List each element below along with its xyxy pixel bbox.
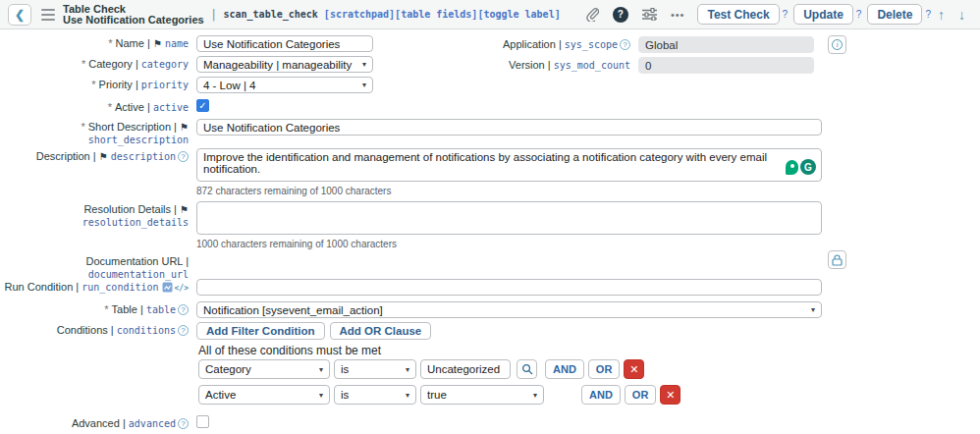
lock-icon xyxy=(832,254,843,266)
table-check-form: ❮ Table Check Use Notification Categorie… xyxy=(0,0,980,434)
field-help-icon[interactable]: ? xyxy=(620,39,630,50)
check-icon: ✓ xyxy=(198,100,206,111)
condition-operator-select[interactable]: is▾ xyxy=(334,359,416,379)
test-check-help[interactable]: ? xyxy=(783,9,789,20)
info-icon: i xyxy=(832,39,843,50)
flag-icon: ⚑ xyxy=(180,204,189,215)
advanced-label: Advanced | advanced? xyxy=(0,415,196,430)
documentation-url-label: Documentation URL | documentation_url xyxy=(0,253,196,281)
attachment-icon[interactable] xyxy=(585,7,599,22)
delete-help[interactable]: ? xyxy=(925,9,931,20)
condition-value-input[interactable] xyxy=(420,359,511,379)
resolution-details-label: Resolution Details | ⚑ resolution_detail… xyxy=(0,201,196,229)
chevron-down-icon: ▾ xyxy=(406,391,409,400)
flag-icon: ⚑ xyxy=(99,151,108,162)
back-icon: ❮ xyxy=(15,8,25,22)
more-options-icon[interactable]: ••• xyxy=(671,9,685,21)
grammarly-widget: G xyxy=(786,159,816,175)
flag-icon: ⚑ xyxy=(153,38,162,49)
resolution-details-textarea[interactable] xyxy=(196,201,822,235)
flag-icon: ⚑ xyxy=(180,122,189,133)
condition-or-button[interactable]: OR xyxy=(625,385,657,405)
condition-and-button[interactable]: AND xyxy=(581,385,621,405)
previous-record-icon[interactable]: ↑ xyxy=(938,7,945,23)
chevron-down-icon: ▾ xyxy=(811,305,815,314)
condition-field-select[interactable]: Category▾ xyxy=(198,359,330,379)
application-input xyxy=(638,36,814,53)
code-icon[interactable]: </> xyxy=(175,284,189,293)
table-select[interactable]: Notification [sysevent_email_action]▾ xyxy=(196,301,822,318)
condition-delete-button[interactable]: ✕ xyxy=(660,385,681,405)
test-check-button[interactable]: Test Check xyxy=(697,4,779,25)
form-context-menu-icon[interactable] xyxy=(41,9,55,21)
close-icon: ✕ xyxy=(666,389,675,402)
condition-operator-select[interactable]: is▾ xyxy=(334,385,416,405)
close-icon: ✕ xyxy=(629,363,638,376)
condition-row: Category▾ is▾ AND OR ✕ xyxy=(198,359,644,379)
delete-button[interactable]: Delete xyxy=(867,4,922,25)
chevron-down-icon: ▾ xyxy=(362,60,366,69)
page-title: Table Check Use Notification Categories xyxy=(63,4,204,26)
condition-row: Active▾ is▾ true▾ AND OR ✕ xyxy=(198,385,681,405)
form-title: Table Check xyxy=(63,4,204,15)
chevron-down-icon: ▾ xyxy=(319,391,323,400)
field-help-icon[interactable]: ? xyxy=(178,304,189,315)
field-help-icon[interactable]: ? xyxy=(178,418,189,429)
resolution-details-counter: 1000 characters remaining of 1000 charac… xyxy=(196,239,397,249)
scratchpad-icon[interactable] xyxy=(162,282,173,296)
add-filter-condition-button[interactable]: Add Filter Condition xyxy=(196,322,325,340)
form-header: ❮ Table Check Use Notification Categorie… xyxy=(0,0,980,29)
condition-delete-button[interactable]: ✕ xyxy=(624,359,644,379)
application-info-button[interactable]: i xyxy=(828,35,846,54)
chevron-down-icon: ▾ xyxy=(406,365,409,374)
record-info: | scan_table_check [scratchpad][table fi… xyxy=(210,7,561,22)
priority-label: *Priority | priority xyxy=(0,77,196,91)
condition-value-select[interactable]: true▾ xyxy=(420,385,544,405)
description-textarea[interactable]: Improve the identification and managemen… xyxy=(196,148,822,182)
search-icon xyxy=(521,363,533,375)
grammarly-icon[interactable]: G xyxy=(800,159,816,175)
grammarly-pin-icon[interactable] xyxy=(786,160,798,175)
update-help[interactable]: ? xyxy=(856,9,862,20)
field-help-icon[interactable]: ? xyxy=(178,325,189,336)
update-button[interactable]: Update xyxy=(793,4,853,25)
active-label: *Active | active xyxy=(0,99,196,114)
field-help-icon[interactable]: ? xyxy=(178,151,189,162)
back-button[interactable]: ❮ xyxy=(8,4,31,26)
application-label: Application | sys_scope? xyxy=(462,36,638,51)
condition-value-lookup-button[interactable] xyxy=(517,359,537,379)
category-label: *Category | category xyxy=(0,56,196,71)
description-counter: 872 characters remaining of 1000 charact… xyxy=(196,186,391,196)
run-condition-label: Run Condition | run_condition</> xyxy=(0,279,196,296)
short-description-input[interactable] xyxy=(196,119,822,136)
chevron-down-icon: ▾ xyxy=(533,391,537,400)
run-condition-input[interactable] xyxy=(196,279,822,296)
next-record-icon[interactable]: ↓ xyxy=(958,7,965,23)
chevron-down-icon: ▾ xyxy=(362,81,366,89)
description-label: Description | ⚑ description? xyxy=(0,148,196,163)
table-label: *Table | table? xyxy=(0,301,196,316)
category-select[interactable]: Manageability | manageability▾ xyxy=(196,56,373,73)
personalize-form-icon[interactable] xyxy=(642,8,657,21)
active-checkbox[interactable]: ✓ xyxy=(196,99,209,112)
condition-or-button[interactable]: OR xyxy=(588,359,621,379)
condition-and-button[interactable]: AND xyxy=(545,359,584,379)
version-label: Version | sys_mod_count xyxy=(462,57,638,72)
name-input[interactable] xyxy=(196,35,373,52)
condition-field-select[interactable]: Active▾ xyxy=(198,385,330,405)
chevron-down-icon: ▾ xyxy=(319,365,323,374)
advanced-checkbox[interactable] xyxy=(196,415,209,428)
priority-select[interactable]: 4 - Low | 4▾ xyxy=(196,77,373,93)
name-label: *Name | ⚑ name xyxy=(0,35,196,50)
help-icon[interactable]: ? xyxy=(613,7,628,23)
conditions-label: Conditions | conditions? xyxy=(0,322,196,337)
add-or-clause-button[interactable]: Add OR Clause xyxy=(330,322,432,340)
version-input xyxy=(638,57,814,74)
conditions-note: All of these conditions must be met xyxy=(198,344,381,357)
record-title: Use Notification Categories xyxy=(63,15,204,26)
record-name: scan_table_check xyxy=(224,9,318,20)
documentation-url-lock-button[interactable] xyxy=(828,250,846,269)
form-body: *Name | ⚑ name *Category | category Mana… xyxy=(0,29,980,434)
record-tags: [scratchpad][table fields][toggle label] xyxy=(324,9,561,20)
short-description-label: *Short Description | ⚑ short_description xyxy=(0,119,196,146)
